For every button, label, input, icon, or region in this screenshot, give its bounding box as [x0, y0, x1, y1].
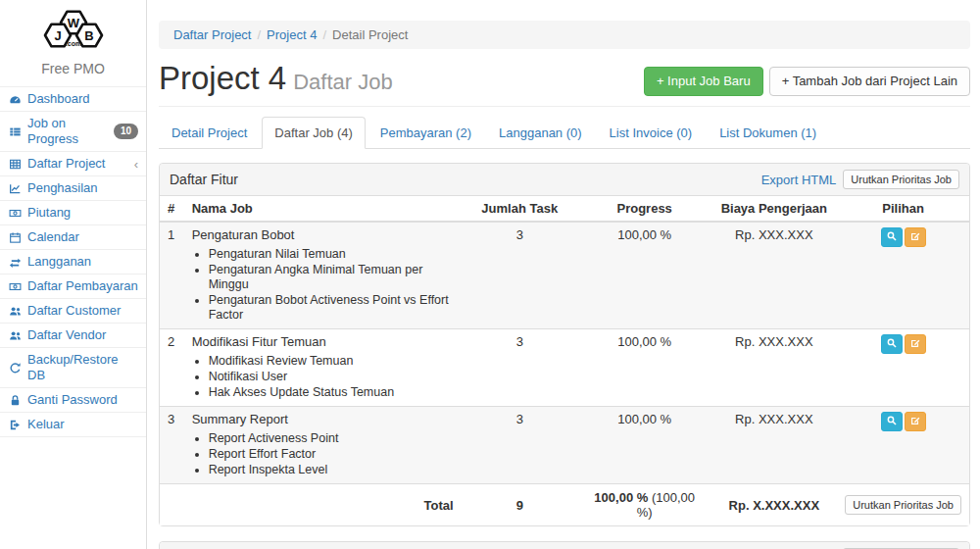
sidebar-item-label: Daftar Project — [27, 156, 105, 172]
users-icon — [8, 328, 22, 342]
tab-link-langganan-0[interactable]: Langganan (0) — [486, 117, 595, 149]
column-header-: # — [160, 196, 184, 222]
sidebar-item-label: Langganan — [27, 254, 91, 270]
total-label: Total — [184, 484, 462, 526]
jwb-logo-icon: W J B .com — [37, 7, 110, 54]
breadcrumb-link-daftar-project[interactable]: Daftar Project — [173, 27, 251, 42]
tab-link-detail-project[interactable]: Detail Project — [159, 117, 260, 149]
column-header-biaya-pengerjaan: Biaya Pengerjaan — [710, 196, 837, 222]
sidebar-item-daftar-customer[interactable]: Daftar Customer — [0, 299, 146, 323]
sidebar-item-daftar-pembayaran[interactable]: Daftar Pembayaran — [0, 274, 146, 298]
calendar-icon — [8, 230, 22, 244]
tab-pembayaran-2: Pembayaran (2) — [368, 117, 484, 149]
tab-link-daftar-job-4[interactable]: Daftar Job (4) — [262, 117, 365, 149]
edit-job-button[interactable] — [905, 227, 926, 247]
subtask-item: Report Effort Factor — [209, 447, 454, 462]
tab-daftar-job-4: Daftar Job (4) — [262, 117, 365, 149]
breadcrumb-separator: / — [257, 27, 261, 42]
jumlah-task-cell: 3 — [462, 329, 578, 407]
breadcrumb-item-project-4: Project 4 — [267, 27, 317, 42]
input-job-baru-button[interactable]: + Input Job Baru — [644, 67, 763, 96]
panel-heading: Daftar FiturExport HTMLUrutkan Prioritas… — [160, 164, 969, 196]
urutkan-prioritas-job-button[interactable]: Urutkan Prioritas Job — [845, 495, 961, 515]
sidebar-menu-row: Penghasilan — [0, 176, 146, 201]
view-job-button[interactable] — [881, 412, 903, 431]
sidebar-menu-row: Daftar Pembayaran — [0, 274, 146, 299]
sidebar-item-keluar[interactable]: Keluar — [0, 413, 146, 436]
view-job-button[interactable] — [881, 227, 903, 247]
brand-name: Free PMO — [0, 59, 146, 86]
line-chart-icon — [8, 181, 22, 195]
column-header-nama-job: Nama Job — [184, 196, 462, 222]
sidebar-menu-row: Keluar — [0, 413, 146, 437]
sidebar-item-label: Piutang — [27, 205, 71, 221]
subtask-item: Pengaturan Bobot Activeness Point vs Eff… — [209, 293, 454, 323]
edit-job-button[interactable] — [905, 412, 926, 431]
app-logo: W J B .com — [0, 0, 146, 59]
tab-list-invoice-0: List Invoice (0) — [597, 117, 706, 149]
table-icon — [8, 157, 22, 171]
jobs-table: #Nama JobJumlah TaskProgressBiaya Penger… — [160, 196, 969, 525]
subtask-item: Modifikasi Review Temuan — [209, 354, 454, 369]
sidebar-item-penghasilan[interactable]: Penghasilan — [0, 176, 146, 200]
tab-link-list-invoice-0[interactable]: List Invoice (0) — [597, 117, 706, 149]
export-html-link[interactable]: Export HTML — [761, 173, 837, 187]
sidebar-item-calendar[interactable]: Calendar — [0, 225, 146, 249]
row-number: 1 — [160, 222, 184, 329]
tambah-job-dari-project-lain-button[interactable]: + Tambah Job dari Project Lain — [769, 67, 970, 96]
sidebar-item-label: Daftar Vendor — [27, 327, 106, 343]
subtask-item: Notifikasi User — [209, 370, 454, 384]
sidebar-menu-row: Job on Progress10 — [0, 112, 146, 152]
urutkan-prioritas-job-button[interactable]: Urutkan Prioritas Job — [843, 170, 959, 189]
sidebar-item-label: Keluar — [27, 417, 65, 432]
sidebar-item-daftar-project[interactable]: Daftar Project‹ — [0, 152, 146, 175]
sidebar-menu-row: Langganan — [0, 250, 146, 274]
job-title: Modifikasi Fitur Temuan — [192, 334, 454, 350]
table-row: 3Summary ReportReport Activeness PointRe… — [160, 407, 969, 484]
pilihan-cell — [837, 222, 969, 329]
job-name-cell: Modifikasi Fitur TemuanModifikasi Review… — [184, 329, 462, 407]
tab-link-list-dokumen-1[interactable]: List Dokumen (1) — [707, 117, 829, 149]
sidebar-item-label: Job on Progress — [27, 116, 108, 147]
tab-detail-project: Detail Project — [159, 117, 260, 149]
breadcrumb-link-project-4[interactable]: Project 4 — [267, 27, 317, 42]
sidebar-menu-row: Ganti Password — [0, 388, 146, 413]
svg-text:B: B — [84, 28, 93, 43]
subtask-list: Pengaturan Nilai TemuanPengaturan Angka … — [192, 247, 454, 323]
view-job-button[interactable] — [881, 334, 903, 354]
sidebar-item-job-on-progress[interactable]: Job on Progress10 — [0, 112, 146, 151]
total-progress: 100,00 % (100,00 %) — [578, 484, 710, 526]
svg-text:.com: .com — [65, 40, 80, 47]
sidebar-item-label: Dashboard — [27, 91, 90, 107]
breadcrumb-item-daftar-project: Daftar Project — [173, 27, 251, 42]
edit-icon — [909, 415, 921, 429]
total-row: Total9100,00 % (100,00 %)Rp. X.XXX.XXXUr… — [160, 484, 969, 526]
sidebar-item-ganti-password[interactable]: Ganti Password — [0, 388, 146, 412]
sidebar-menu-row: Daftar Project‹ — [0, 152, 146, 176]
search-icon — [886, 230, 898, 245]
biaya-cell: Rp. XXX.XXX — [710, 329, 837, 407]
sidebar-item-langganan[interactable]: Langganan — [0, 250, 146, 274]
panel-heading: Fitur TambahanExport HTMLUrutkan Priorit… — [160, 542, 969, 549]
edit-job-button[interactable] — [905, 334, 926, 354]
pilihan-cell — [837, 329, 969, 407]
sidebar-item-backup-restore-db[interactable]: Backup/Restore DB — [0, 348, 146, 387]
count-badge: 10 — [114, 124, 138, 139]
sidebar-item-piutang[interactable]: Piutang — [0, 201, 146, 225]
tasks-icon — [8, 125, 22, 138]
sidebar-item-daftar-vendor[interactable]: Daftar Vendor — [0, 324, 146, 347]
breadcrumb-separator: / — [322, 27, 326, 42]
row-number: 3 — [160, 407, 184, 484]
table-header-row: #Nama JobJumlah TaskProgressBiaya Penger… — [160, 196, 969, 222]
table-row: 2Modifikasi Fitur TemuanModifikasi Revie… — [160, 329, 969, 407]
subtask-item: Pengaturan Nilai Temuan — [209, 247, 454, 262]
page-subtitle: Daftar Job — [293, 70, 393, 94]
svg-text:J: J — [54, 28, 61, 43]
subtask-list: Modifikasi Review TemuanNotifikasi UserH… — [192, 354, 454, 400]
sidebar-item-dashboard[interactable]: Dashboard — [0, 87, 146, 111]
tab-link-pembayaran-2[interactable]: Pembayaran (2) — [368, 117, 484, 149]
job-title: Pengaturan Bobot — [192, 227, 454, 243]
job-name-cell: Pengaturan BobotPengaturan Nilai TemuanP… — [184, 222, 462, 329]
sidebar-menu-row: Calendar — [0, 225, 146, 250]
biaya-cell: Rp. XXX.XXX — [710, 407, 837, 484]
